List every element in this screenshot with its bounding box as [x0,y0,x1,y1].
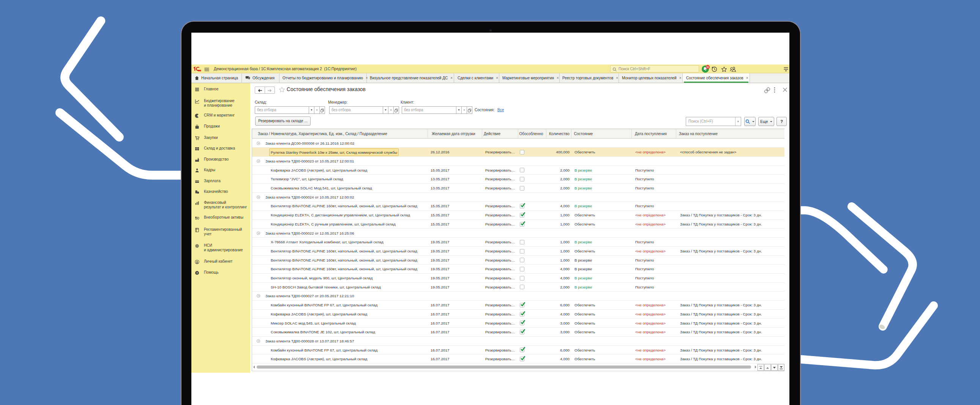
svg-text:11: 11 [706,65,709,68]
svg-text:?: ? [196,272,198,275]
